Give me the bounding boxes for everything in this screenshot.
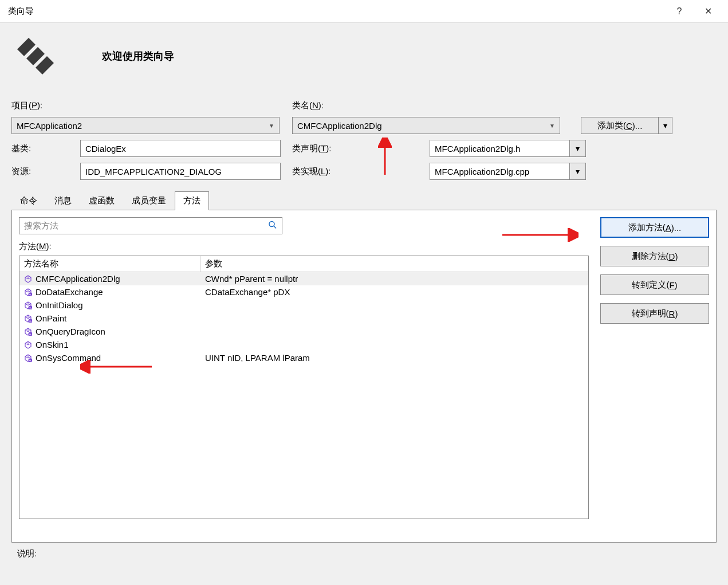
method-icon: [24, 275, 32, 283]
method-params: [200, 317, 588, 320]
class-impl-combo[interactable]: MFCApplication2Dlg.cpp: [430, 163, 570, 180]
add-class-dropdown[interactable]: ▾: [659, 117, 672, 134]
svg-line-17: [28, 304, 31, 305]
class-decl-dropdown[interactable]: ▾: [570, 140, 586, 157]
tabs: 命令消息虚函数成员变量方法: [11, 191, 717, 210]
svg-point-3: [269, 222, 274, 227]
method-icon: [24, 315, 32, 323]
chevron-down-icon: ▼: [269, 123, 274, 129]
chevron-down-icon: ▼: [549, 123, 555, 129]
tab-0[interactable]: 命令: [11, 191, 46, 210]
method-name: OnSysCommand: [36, 353, 101, 363]
search-icon: [268, 221, 277, 231]
method-params: UINT nID, LPARAM lParam: [200, 351, 588, 364]
method-row[interactable]: OnSysCommandUINT nID, LPARAM lParam: [19, 351, 588, 364]
window-title: 类向导: [6, 6, 665, 17]
search-methods-input[interactable]: 搜索方法: [19, 217, 282, 234]
method-row[interactable]: CMFCApplication2DlgCWnd* pParent = nullp…: [19, 272, 588, 285]
svg-line-16: [25, 304, 28, 305]
help-button[interactable]: ?: [665, 0, 694, 23]
resource-field: IDD_MFCAPPLICATION2_DIALOG: [80, 163, 281, 180]
welcome-heading: 欢迎使用类向导: [102, 49, 174, 63]
method-params: [200, 343, 588, 347]
class-name-combo[interactable]: CMFCApplication2Dlg ▼: [292, 117, 560, 134]
tab-4[interactable]: 方法: [175, 191, 209, 210]
close-button[interactable]: ✕: [694, 0, 722, 23]
method-params: CWnd* pParent = nullptr: [200, 272, 588, 285]
svg-line-4: [274, 226, 276, 229]
search-placeholder: 搜索方法: [24, 221, 58, 231]
method-icon: [24, 341, 32, 349]
method-params: [200, 304, 588, 307]
tab-3[interactable]: 成员变量: [123, 191, 175, 210]
method-icon: [24, 301, 32, 309]
method-row[interactable]: OnInitDialog: [19, 299, 588, 312]
wizard-icon: [11, 34, 56, 77]
methods-label: 方法(M):: [19, 241, 589, 252]
method-name: OnQueryDragIcon: [36, 327, 105, 336]
method-name: OnPaint: [36, 313, 66, 323]
project-label: 项目(P):: [11, 100, 80, 111]
svg-line-12: [28, 290, 31, 292]
method-row[interactable]: OnQueryDragIcon: [19, 325, 588, 338]
method-params: [200, 330, 588, 333]
class-decl-label: 类声明(T):: [292, 143, 361, 154]
method-row[interactable]: DoDataExchangeCDataExchange* pDX: [19, 285, 588, 299]
svg-line-7: [25, 277, 28, 279]
class-name-label: 类名(N):: [292, 100, 361, 111]
column-header-name[interactable]: 方法名称: [19, 256, 200, 272]
column-header-params[interactable]: 参数: [200, 256, 588, 272]
goto-declaration-button[interactable]: 转到声明(R): [600, 303, 709, 324]
tab-1[interactable]: 消息: [46, 191, 80, 210]
methods-table[interactable]: 方法名称 参数 CMFCApplication2DlgCWnd* pParent…: [19, 256, 589, 519]
method-icon: [24, 328, 32, 336]
class-impl-label: 类实现(L):: [292, 166, 361, 177]
svg-line-31: [25, 343, 28, 345]
svg-line-27: [28, 330, 31, 332]
method-icon: [24, 288, 32, 296]
svg-line-8: [28, 277, 31, 279]
project-combo[interactable]: MFCApplication2 ▼: [11, 117, 280, 134]
base-class-label: 基类:: [11, 143, 80, 154]
method-name: CMFCApplication2Dlg: [36, 274, 120, 284]
svg-line-32: [28, 343, 31, 345]
method-icon: [24, 354, 32, 362]
svg-line-11: [25, 290, 28, 292]
tab-2[interactable]: 虚函数: [80, 191, 123, 210]
svg-line-35: [25, 356, 28, 358]
resource-label: 资源:: [11, 166, 80, 177]
add-class-button[interactable]: 添加类(C)...: [581, 117, 659, 134]
svg-line-21: [25, 317, 28, 319]
method-name: OnInitDialog: [36, 300, 83, 310]
class-decl-combo[interactable]: MFCApplication2Dlg.h: [430, 140, 570, 157]
description-label: 说明:: [0, 543, 728, 565]
goto-definition-button[interactable]: 转到定义(F): [600, 274, 709, 295]
method-name: OnSkin1: [36, 340, 69, 350]
method-row[interactable]: OnPaint: [19, 312, 588, 325]
delete-method-button[interactable]: 删除方法(D): [600, 246, 709, 266]
method-name: DoDataExchange: [36, 287, 103, 297]
base-class-field: CDialogEx: [80, 140, 281, 157]
method-params: CDataExchange* pDX: [200, 285, 588, 299]
svg-line-22: [28, 317, 31, 319]
svg-line-36: [28, 356, 31, 358]
class-impl-dropdown[interactable]: ▾: [570, 163, 586, 180]
method-row[interactable]: OnSkin1: [19, 338, 588, 351]
add-method-button[interactable]: 添加方法(A)...: [600, 217, 709, 238]
svg-line-26: [25, 330, 28, 332]
